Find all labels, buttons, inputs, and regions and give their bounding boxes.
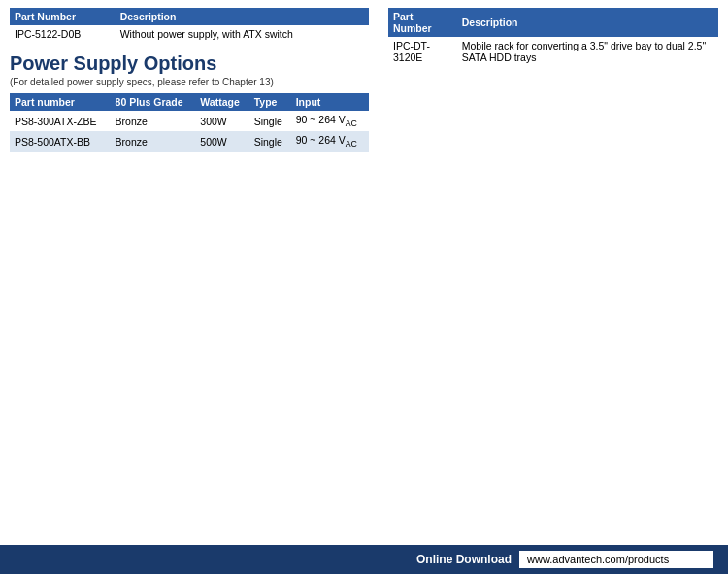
table-row: PS8-300ATX-ZBE Bronze 300W Single 90 ~ 2… — [10, 111, 369, 131]
ps-header-input: Input — [291, 93, 369, 111]
ps-row2-grade: Bronze — [111, 131, 196, 152]
table-row: PS8-500ATX-BB Bronze 500W Single 90 ~ 26… — [10, 131, 369, 152]
power-supply-title: Power Supply Options — [10, 52, 369, 75]
left-row1-description: Without power supply, with ATX switch — [116, 25, 369, 43]
footer-bar: Online Download www.advantech.com/produc… — [0, 545, 728, 574]
ps-row1-wattage: 300W — [195, 111, 248, 131]
ps-header-partnumber: Part number — [10, 93, 111, 111]
left-header-description: Description — [116, 8, 369, 25]
ps-header-grade: 80 Plus Grade — [111, 93, 196, 111]
footer-url: www.advantech.com/products — [519, 551, 713, 568]
left-section: Part Number Description IPC-5122-D0B Wit… — [10, 8, 369, 152]
right-header-partnumber: Part Number — [388, 8, 457, 37]
ps-header-type: Type — [249, 93, 291, 111]
right-section: Part Number Description IPC-DT-3120E Mob… — [388, 8, 718, 152]
left-accessories-table: Part Number Description IPC-5122-D0B Wit… — [10, 8, 369, 43]
ps-row2-partnumber: PS8-500ATX-BB — [10, 131, 111, 152]
main-content: Part Number Description IPC-5122-D0B Wit… — [0, 0, 728, 152]
ps-row1-type: Single — [249, 111, 291, 131]
right-row1-description: Mobile rack for converting a 3.5" drive … — [457, 37, 718, 66]
right-header-description: Description — [457, 8, 718, 37]
power-supply-subtitle: (For detailed power supply specs, please… — [10, 77, 369, 87]
table-row: IPC-5122-D0B Without power supply, with … — [10, 25, 369, 43]
ps-row2-wattage: 500W — [195, 131, 248, 152]
ps-row1-grade: Bronze — [111, 111, 196, 131]
right-accessories-table: Part Number Description IPC-DT-3120E Mob… — [388, 8, 718, 66]
right-row1-partnumber: IPC-DT-3120E — [388, 37, 457, 66]
left-row1-partnumber: IPC-5122-D0B — [10, 25, 116, 43]
ps-row1-partnumber: PS8-300ATX-ZBE — [10, 111, 111, 131]
ps-row1-input: 90 ~ 264 VAC — [291, 111, 369, 131]
footer-label: Online Download — [416, 553, 512, 566]
power-supply-table: Part number 80 Plus Grade Wattage Type I… — [10, 93, 369, 152]
ps-row2-input: 90 ~ 264 VAC — [291, 131, 369, 152]
left-header-partnumber: Part Number — [10, 8, 116, 25]
ps-row2-type: Single — [249, 131, 291, 152]
table-row: IPC-DT-3120E Mobile rack for converting … — [388, 37, 718, 66]
ps-header-wattage: Wattage — [195, 93, 248, 111]
